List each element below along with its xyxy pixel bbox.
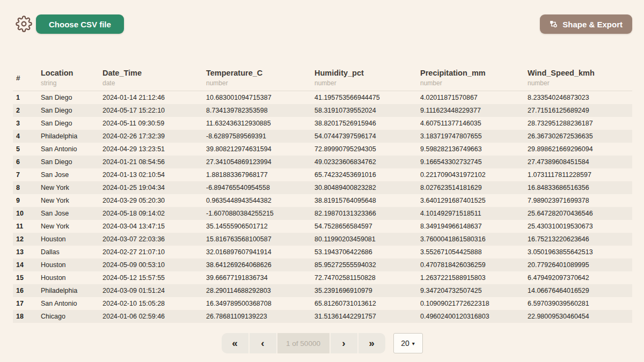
cell: Dallas [38, 246, 99, 258]
first-page-icon: « [232, 337, 238, 349]
row-index: 3 [13, 117, 38, 130]
cell: 2024-02-10 15:05:28 [99, 297, 203, 310]
cell: 38.81915764095648 [311, 194, 417, 207]
cell: 26.78681109139223 [203, 310, 311, 323]
cell: 11.632436312930885 [203, 117, 311, 130]
cell: 10.683001094715387 [203, 91, 311, 104]
column-type: number [528, 79, 632, 87]
cell: 27.47389608451584 [524, 156, 632, 168]
table-row: 7San Jose2024-01-13 02:10:541.8818833679… [13, 168, 632, 181]
cell: 9.166543302732745 [417, 156, 524, 168]
table-row: 15Houston2024-05-12 15:57:5539.666771918… [13, 271, 632, 284]
cell: 26.367302672536635 [524, 130, 632, 143]
column-label: Location [41, 68, 99, 78]
cell: 2024-05-17 15:22:10 [99, 104, 203, 117]
page-size-value: 20 [401, 339, 409, 348]
cell: 1.881883367968177 [203, 168, 311, 181]
cell: 0.9635448943544382 [203, 194, 311, 207]
cell: 2024-05-09 00:53:10 [99, 258, 203, 271]
cell: 29.898621669296094 [524, 143, 632, 156]
cell: 2024-01-14 21:12:46 [99, 91, 203, 104]
row-index: 17 [13, 297, 38, 310]
column-type: number [206, 79, 311, 87]
cell: 2024-02-27 21:07:10 [99, 246, 203, 258]
cell: Philadelphia [38, 284, 99, 297]
cell: 2024-03-04 13:47:15 [99, 220, 203, 233]
row-index: 18 [13, 310, 38, 323]
pagination-bar: « ‹ 1 of 50000 › » 20 ▾ [0, 333, 644, 353]
cell: 16.84833686516356 [524, 181, 632, 194]
cell: 2024-05-12 15:57:55 [99, 271, 203, 284]
cell: 72.74702581150828 [311, 271, 417, 284]
cell: 53.1943706422686 [311, 246, 417, 258]
cell: 2024-02-26 17:32:39 [99, 130, 203, 143]
cell: Houston [38, 258, 99, 271]
next-page-button[interactable]: › [331, 333, 357, 353]
cell: San Diego [38, 91, 99, 104]
cell: 14.06676464016529 [524, 284, 632, 297]
cell: 2024-01-21 08:54:56 [99, 156, 203, 168]
cell: 85.95272555594032 [311, 258, 417, 271]
page-size-dropdown[interactable]: 20 ▾ [393, 333, 423, 353]
cell: -6.894765540954558 [203, 181, 311, 194]
cell: 3.183719747807655 [417, 130, 524, 143]
cell: 2024-01-13 02:10:54 [99, 168, 203, 181]
first-page-button[interactable]: « [222, 333, 248, 353]
settings-button[interactable] [14, 14, 33, 33]
cell: 65.81260731013612 [311, 297, 417, 310]
cell: 35.2391696910979 [311, 284, 417, 297]
last-page-icon: » [369, 337, 375, 349]
prev-page-button[interactable]: ‹ [250, 333, 276, 353]
column-label: Date_Time [103, 68, 203, 78]
choose-csv-label: Choose CSV file [49, 20, 111, 29]
shape-export-button[interactable]: Shape & Export [540, 14, 632, 34]
cell: San Antonio [38, 297, 99, 310]
cell: 8.349194966148637 [417, 220, 524, 233]
row-index: 5 [13, 143, 38, 156]
table-row: 6San Diego2024-01-21 08:54:5627.34105486… [13, 156, 632, 168]
cell: 58.31910739552024 [311, 104, 417, 117]
cell: Houston [38, 233, 99, 246]
cell: 2024-03-07 22:03:36 [99, 233, 203, 246]
cell: 30.80489400823282 [311, 181, 417, 194]
shape-export-label: Shape & Export [562, 20, 623, 29]
cell: 35.14555906501712 [203, 220, 311, 233]
choose-csv-button[interactable]: Choose CSV file [36, 14, 124, 34]
cell: 1.0731117811228597 [524, 168, 632, 181]
cell: 39.66677191836734 [203, 271, 311, 284]
cell: 2024-05-11 09:30:59 [99, 117, 203, 130]
column-header: Temperature_Cnumber [203, 68, 311, 91]
table-body: 1San Diego2024-01-14 21:12:4610.68300109… [13, 91, 632, 323]
cell: 49.02323606834762 [311, 156, 417, 168]
table-header: #LocationstringDate_TimedateTemperature_… [13, 68, 632, 91]
cell: 4.101492971518511 [417, 207, 524, 220]
row-index: 1 [13, 91, 38, 104]
cell: -1.6070880384255215 [203, 207, 311, 220]
cell: New York [38, 194, 99, 207]
cell: 25.647282070436546 [524, 207, 632, 220]
row-index: 9 [13, 194, 38, 207]
row-index: 12 [13, 233, 38, 246]
cell: 2024-01-06 02:59:46 [99, 310, 203, 323]
cell: 8.027623514181629 [417, 181, 524, 194]
cell: 4.607511377146035 [417, 117, 524, 130]
cell: San Jose [38, 207, 99, 220]
row-index: 14 [13, 258, 38, 271]
row-index: 11 [13, 220, 38, 233]
cell: 54.7528656584597 [311, 220, 417, 233]
chevron-down-icon: ▾ [412, 341, 415, 346]
cell: 2024-05-18 09:14:02 [99, 207, 203, 220]
table-row: 13Dallas2024-02-27 21:07:1032.0168976079… [13, 246, 632, 258]
cell: 0.49602400120316803 [417, 310, 524, 323]
row-index: 15 [13, 271, 38, 284]
row-index: 8 [13, 181, 38, 194]
column-header: Wind_Speed_kmhnumber [524, 68, 632, 91]
column-header: # [13, 68, 38, 91]
row-index: 6 [13, 156, 38, 168]
last-page-button[interactable]: » [358, 333, 385, 353]
table-row: 4Philadelphia2024-02-26 17:32:39-8.62897… [13, 130, 632, 143]
cell: 27.341054869123994 [203, 156, 311, 168]
cell: 72.89990795294305 [311, 143, 417, 156]
page-indicator[interactable]: 1 of 50000 [277, 333, 330, 353]
row-index: 13 [13, 246, 38, 258]
